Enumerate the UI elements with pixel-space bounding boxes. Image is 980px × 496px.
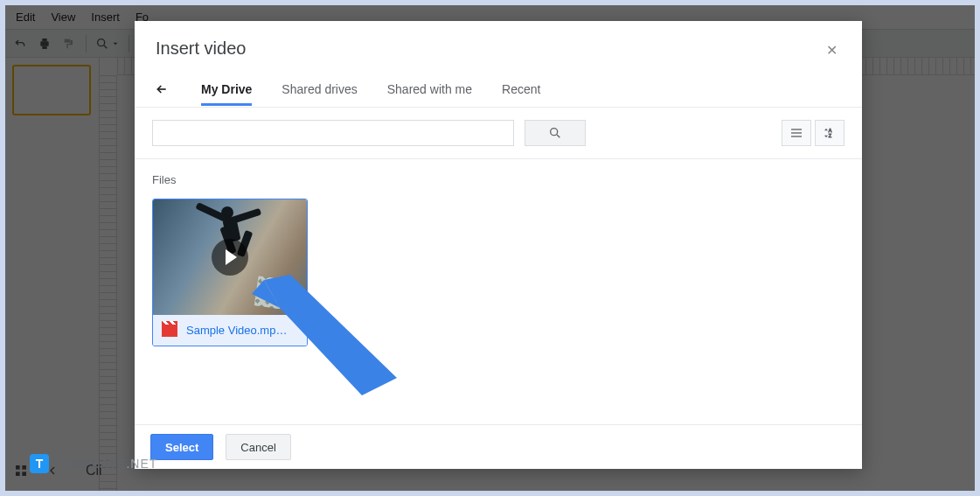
sort-button[interactable]: AZ — [815, 120, 844, 146]
svg-rect-9 — [791, 129, 802, 129]
back-arrow-icon[interactable] — [152, 80, 171, 99]
close-icon[interactable]: ✕ — [823, 38, 841, 62]
svg-point-8 — [551, 129, 558, 136]
modal-title: Insert video — [156, 38, 246, 59]
section-label-files: Files — [152, 173, 844, 186]
tab-shared-drives[interactable]: Shared drives — [281, 73, 357, 105]
file-card[interactable]: Sample Video.mp… — [152, 199, 308, 346]
select-button[interactable]: Select — [150, 434, 213, 460]
play-icon — [212, 239, 248, 276]
watermark-text: TEMPLATE — [54, 457, 126, 471]
watermark-suffix: .NET — [126, 457, 157, 471]
tab-shared-with-me[interactable]: Shared with me — [387, 73, 472, 105]
svg-rect-11 — [791, 136, 802, 136]
tabs-row: My Drive Shared drives Shared with me Re… — [135, 71, 862, 108]
list-icon — [789, 126, 803, 140]
tab-my-drive[interactable]: My Drive — [201, 73, 252, 105]
tab-recent[interactable]: Recent — [502, 73, 540, 105]
svg-text:Z: Z — [829, 133, 832, 138]
modal-footer: Select Cancel — [135, 424, 862, 469]
watermark-logo: T — [30, 454, 49, 473]
sort-az-icon: AZ — [823, 126, 837, 140]
search-row: AZ — [135, 108, 862, 159]
svg-text:A: A — [829, 128, 832, 133]
search-icon — [548, 126, 562, 140]
search-button[interactable] — [525, 120, 586, 146]
cancel-button[interactable]: Cancel — [226, 434, 290, 460]
content-area: Files Sample Video — [135, 159, 862, 424]
search-input[interactable] — [152, 120, 514, 146]
watermark: T TEMPLATE.NET — [30, 454, 157, 473]
svg-rect-10 — [791, 132, 802, 133]
list-view-button[interactable] — [782, 120, 811, 146]
video-file-icon — [162, 325, 177, 337]
file-name: Sample Video.mp… — [186, 324, 287, 337]
insert-video-modal: Insert video ✕ My Drive Shared drives Sh… — [135, 21, 862, 469]
video-thumbnail — [153, 199, 307, 315]
